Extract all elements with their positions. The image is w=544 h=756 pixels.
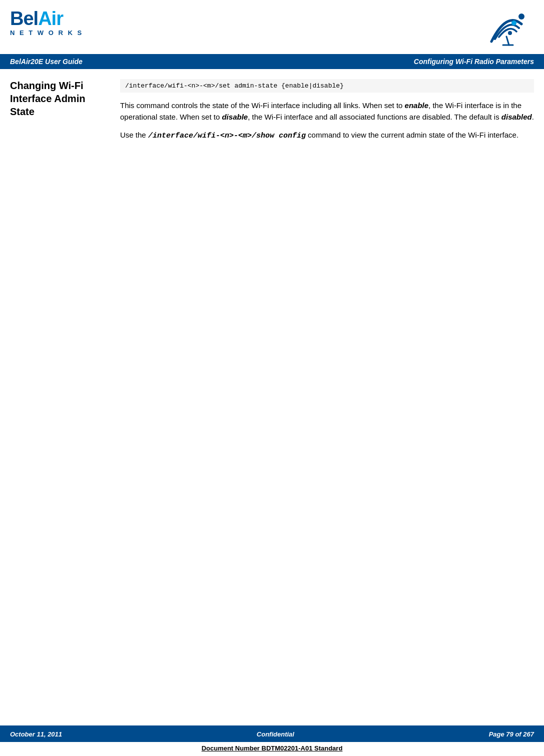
description-paragraph-1: This command controls the state of the W… [120,100,534,123]
para1-disable: disable [222,113,248,121]
para1-default: disabled [501,113,532,121]
footer-page: Page 79 of 267 [489,730,534,738]
logo-networks: N E T W O R K S [10,29,83,37]
logo-bel: Bel [10,8,38,29]
footer-date: October 11, 2011 [10,730,62,738]
section-heading: Changing Wi-Fi Interface Admin State [10,79,105,118]
para1-after: , the Wi-Fi interface and all associated… [248,113,501,121]
svg-point-2 [508,31,512,35]
nav-bar-title: BelAir20E User Guide [10,58,83,66]
para1-end: . [532,113,534,121]
main-content: Changing Wi-Fi Interface Admin State /in… [0,69,544,436]
footer-document-number: Document Number BDTM02201-A01 Standard [0,742,544,756]
nav-bar-section: Configuring Wi-Fi Radio Parameters [414,58,534,66]
header: BelAir N E T W O R K S [0,0,544,52]
antenna-logo [484,9,529,47]
page: BelAir N E T W O R K S [0,0,544,756]
svg-point-4 [518,14,524,20]
section-title-block: Changing Wi-Fi Interface Admin State [10,79,115,431]
para1-before-enable: This command controls the state of the W… [120,101,405,110]
belair-logo: BelAir N E T W O R K S [10,9,83,37]
para2-suffix: command to view the current admin state … [306,131,518,139]
section-body: /interface/wifi-<n>-<m>/set admin-state … [115,79,534,431]
svg-line-0 [506,37,509,45]
footer: October 11, 2011 Confidential Page 79 of… [0,725,544,756]
description-paragraph-2: Use the /interface/wifi-<n>-<m>/show con… [120,129,534,142]
antenna-icon [484,9,529,47]
para2-prefix: Use the [120,131,148,139]
para1-enable: enable [405,101,429,110]
footer-bar: October 11, 2011 Confidential Page 79 of… [0,726,544,742]
page-spacer [0,436,544,725]
footer-confidential: Confidential [257,730,294,738]
para2-code: /interface/wifi-<n>-<m>/show config [148,132,306,140]
nav-bar: BelAir20E User Guide Configuring Wi-Fi R… [0,54,544,69]
svg-point-3 [511,21,516,26]
logo-air: Air [38,8,63,29]
logo-text: BelAir [10,9,63,28]
command-code: /interface/wifi-<n>-<m>/set admin-state … [120,79,534,93]
